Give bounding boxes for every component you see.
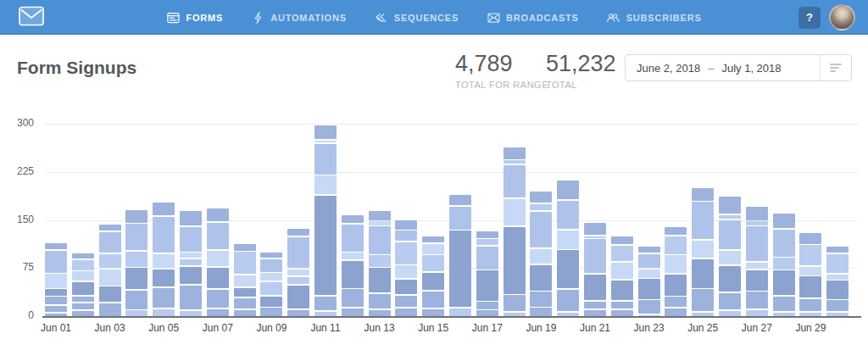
bar-jun-11[interactable]	[314, 124, 337, 316]
bar-jun-06[interactable]	[180, 124, 202, 316]
bar-segment	[180, 259, 202, 265]
nav-item-broadcasts[interactable]: BROADCASTS	[487, 11, 579, 25]
bar-segment	[665, 255, 687, 273]
bar-segment	[692, 289, 714, 311]
bar-segment	[314, 144, 337, 175]
bar-segment	[476, 247, 498, 269]
bar-segment	[72, 297, 94, 303]
stat-total-label: TOTAL	[546, 80, 616, 90]
bar-segment	[72, 271, 94, 281]
bar-segment	[476, 239, 498, 245]
subscribers-icon	[607, 11, 620, 25]
bar-segment	[692, 313, 714, 316]
bar-segment	[72, 303, 94, 309]
bar-segment	[314, 297, 337, 311]
bar-segment	[369, 226, 391, 253]
help-button[interactable]: ?	[798, 7, 821, 29]
bar-jun-04[interactable]	[125, 124, 147, 316]
bar-jun-15[interactable]	[422, 124, 444, 316]
bar-segment	[180, 211, 202, 225]
bar-segment	[449, 231, 471, 307]
bar-segment	[207, 208, 229, 221]
bar-segment	[180, 253, 202, 258]
bar-segment	[153, 217, 175, 253]
bar-jun-22[interactable]	[611, 124, 633, 316]
stat-range-label: TOTAL FOR RANGE	[455, 80, 548, 90]
bar-segment	[584, 223, 606, 235]
date-filter-icon[interactable]	[820, 55, 851, 81]
bar-segment	[314, 141, 337, 142]
bar-segment	[530, 212, 552, 247]
bar-jun-03[interactable]	[99, 124, 121, 316]
bar-segment	[692, 259, 714, 288]
bar-segment	[369, 221, 391, 225]
bar-jun-08[interactable]	[234, 124, 256, 316]
bar-segment	[665, 227, 687, 235]
envelope-logo-icon[interactable]	[19, 5, 44, 28]
sequences-icon	[375, 11, 388, 25]
bar-segment	[611, 310, 633, 316]
bar-jun-05[interactable]	[153, 124, 175, 316]
bar-jun-29[interactable]	[799, 124, 821, 316]
signups-chart: 075150225300 Jun 01Jun 03Jun 05Jun 07Jun…	[0, 0, 868, 350]
bar-jun-24[interactable]	[665, 124, 687, 316]
bar-segment	[611, 236, 633, 244]
bar-segment	[504, 227, 526, 294]
bar-segment	[260, 273, 282, 281]
avatar[interactable]	[829, 4, 855, 31]
bar-jun-10[interactable]	[287, 124, 309, 316]
bar-segment	[557, 231, 579, 249]
bar-jun-23[interactable]	[638, 124, 660, 316]
nav-item-label: FORMS	[186, 13, 223, 23]
bar-jun-16[interactable]	[449, 124, 471, 316]
bar-segment	[422, 255, 444, 271]
bar-segment	[799, 233, 821, 244]
bar-segment	[153, 269, 175, 286]
nav-item-subscribers[interactable]: SUBSCRIBERS	[607, 11, 702, 25]
bar-segment	[557, 290, 579, 311]
bar-jun-21[interactable]	[584, 124, 606, 316]
bar-segment	[504, 295, 526, 311]
bar-segment	[638, 279, 660, 298]
bar-segment	[692, 202, 714, 239]
bar-jun-18[interactable]	[504, 124, 526, 316]
bar-segment	[180, 227, 202, 252]
bar-jun-12[interactable]	[342, 124, 364, 316]
bar-jun-27[interactable]	[746, 124, 768, 316]
bar-segment	[153, 254, 175, 269]
bar-jun-26[interactable]	[719, 124, 741, 316]
bar-jun-25[interactable]	[692, 124, 714, 316]
date-range-picker[interactable]: June 2, 2018 – July 1, 2018	[625, 54, 852, 81]
bar-segment	[530, 192, 552, 203]
bar-segment	[342, 215, 364, 223]
nav-item-automations[interactable]: AUTOMATIONS	[251, 11, 347, 25]
bar-segment	[260, 297, 282, 307]
bar-segment	[395, 220, 417, 230]
broadcasts-icon	[487, 11, 500, 25]
nav-item-forms[interactable]: FORMS	[166, 11, 223, 25]
bar-jun-13[interactable]	[369, 124, 391, 316]
bar-jun-14[interactable]	[395, 124, 417, 316]
bar-jun-28[interactable]	[773, 124, 795, 316]
bar-jun-17[interactable]	[476, 124, 498, 316]
bar-jun-09[interactable]	[260, 124, 282, 316]
bar-segment	[369, 310, 391, 316]
bar-segment	[826, 313, 849, 316]
bar-segment	[422, 292, 444, 308]
bar-segment	[746, 221, 768, 225]
bar-jun-02[interactable]	[72, 124, 94, 316]
bar-segment	[314, 196, 337, 295]
bar-jun-01[interactable]	[45, 124, 67, 316]
bar-segment	[799, 299, 821, 311]
bar-segment	[125, 210, 147, 222]
bar-segment	[476, 310, 498, 316]
bar-segment	[45, 243, 67, 249]
bar-segment	[72, 253, 94, 258]
bar-jun-30[interactable]	[826, 124, 849, 316]
bar-jun-20[interactable]	[557, 124, 579, 316]
nav-item-sequences[interactable]: SEQUENCES	[375, 11, 459, 25]
stat-total: 51,232 TOTAL	[546, 51, 616, 90]
bar-jun-19[interactable]	[530, 124, 552, 316]
bar-segment	[504, 313, 526, 316]
bar-jun-07[interactable]	[207, 124, 229, 316]
